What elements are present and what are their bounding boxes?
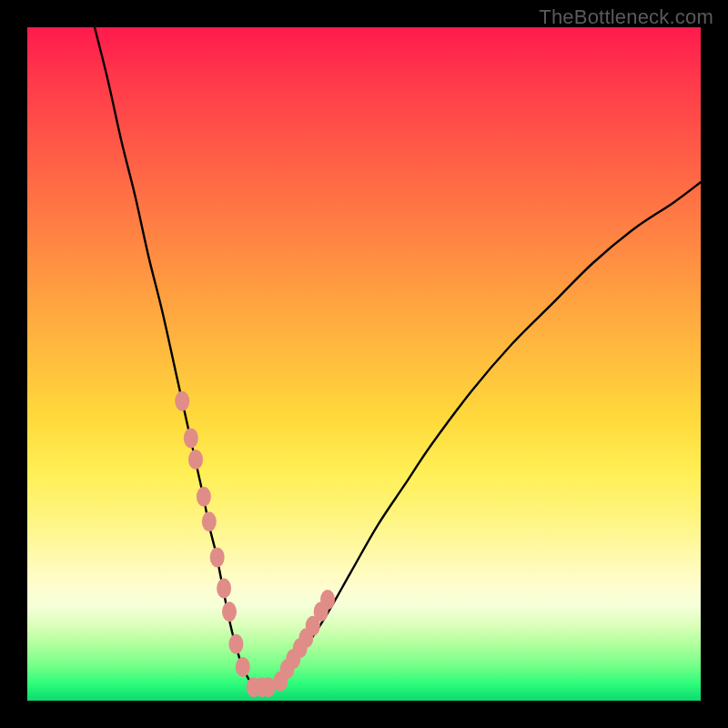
curve-marker <box>175 391 189 411</box>
bottleneck-curve <box>95 27 701 688</box>
curve-markers <box>175 391 335 698</box>
chart-stage: TheBottleneck.com <box>0 0 728 728</box>
curve-marker <box>184 428 198 448</box>
curve-marker <box>273 672 288 692</box>
curve-marker <box>298 628 313 648</box>
curve-marker <box>314 602 329 622</box>
curve-marker <box>188 450 203 470</box>
curve-marker <box>261 677 276 697</box>
curve-marker <box>286 649 300 669</box>
curve-marker <box>320 590 335 610</box>
curve-marker <box>228 634 243 654</box>
curve-marker <box>255 677 269 697</box>
curve-svg <box>27 27 701 701</box>
curve-marker <box>217 578 231 598</box>
curve-marker <box>280 659 295 679</box>
curve-marker <box>236 657 250 677</box>
curve-marker <box>197 487 211 507</box>
curve-marker <box>306 616 320 636</box>
curve-marker <box>293 638 308 658</box>
curve-marker <box>247 677 261 697</box>
curve-marker <box>202 511 217 531</box>
curve-marker <box>222 602 237 622</box>
curve-marker <box>210 547 225 567</box>
plot-area <box>27 27 701 701</box>
watermark-text: TheBottleneck.com <box>539 5 713 29</box>
